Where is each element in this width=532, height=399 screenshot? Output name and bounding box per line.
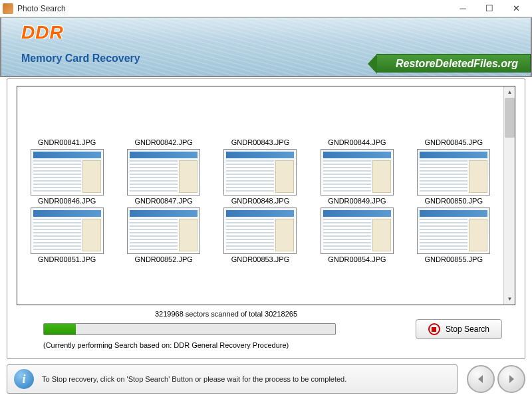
thumbnail-grid-container: GNDR00841.JPG GNDR00842.JPG GNDR00843.JP… xyxy=(17,86,515,305)
thumbnail-item[interactable]: GNDR00847.JPG xyxy=(115,148,211,206)
thumbnail-item[interactable]: GNDR00851.JPG xyxy=(19,206,115,265)
logo-text: DDR xyxy=(21,22,64,43)
thumbnail-image xyxy=(321,149,394,196)
maximize-button[interactable]: ☐ xyxy=(476,1,503,17)
thumbnail-image xyxy=(417,207,490,254)
thumbnail-label: GNDR00841.JPG xyxy=(38,138,96,146)
progress-bar xyxy=(43,323,336,335)
close-button[interactable]: ✕ xyxy=(503,1,529,17)
progress-subtext: (Currently performing Search based on: D… xyxy=(43,341,515,349)
thumbnail-label: GNDR00843.JPG xyxy=(231,138,289,146)
progress-fill xyxy=(44,324,76,334)
thumbnail-image xyxy=(223,207,297,254)
thumbnail-image xyxy=(31,207,104,254)
thumbnail-image xyxy=(127,207,200,254)
main-panel: GNDR00841.JPG GNDR00842.JPG GNDR00843.JP… xyxy=(7,78,525,359)
thumbnail-label: GNDR00851.JPG xyxy=(38,255,96,263)
thumbnail-label: GNDR00842.JPG xyxy=(134,138,192,146)
thumbnail-image xyxy=(127,149,200,196)
scroll-down-icon[interactable]: ▼ xyxy=(504,293,515,305)
thumbnail-label: GNDR00850.JPG xyxy=(425,197,483,205)
next-button[interactable] xyxy=(497,365,525,393)
minimize-button[interactable]: ─ xyxy=(450,1,476,17)
thumbnail-label: GNDR00847.JPG xyxy=(134,197,192,205)
stop-icon xyxy=(428,323,440,335)
thumbnail-item[interactable]: GNDR00842.JPG xyxy=(115,89,211,148)
thumbnail-item[interactable]: GNDR00850.JPG xyxy=(406,148,502,206)
thumbnail-item[interactable]: GNDR00846.JPG xyxy=(19,148,115,206)
thumbnail-item[interactable]: GNDR00843.JPG xyxy=(212,89,309,148)
stop-button-label: Stop Search xyxy=(446,325,489,334)
thumbnail-label: GNDR00844.JPG xyxy=(328,138,386,146)
thumbnail-item[interactable]: GNDR00855.JPG xyxy=(406,206,502,265)
thumbnail-item[interactable]: GNDR00849.JPG xyxy=(309,148,405,206)
thumbnail-item[interactable]: GNDR00852.JPG xyxy=(115,206,211,265)
thumbnail-item[interactable]: GNDR00844.JPG xyxy=(309,89,405,148)
chevron-left-icon xyxy=(475,373,487,385)
chevron-right-icon xyxy=(505,373,517,385)
thumbnail-item[interactable]: GNDR00848.JPG xyxy=(212,148,309,206)
thumbnail-item[interactable]: GNDR00845.JPG xyxy=(406,89,502,148)
app-icon xyxy=(3,3,13,14)
info-text: To Stop recovery, click on 'Stop Search'… xyxy=(42,375,346,383)
thumbnail-label: GNDR00854.JPG xyxy=(328,255,386,263)
previous-button[interactable] xyxy=(467,365,495,393)
scroll-up-icon[interactable]: ▲ xyxy=(504,86,515,98)
thumbnail-label: GNDR00855.JPG xyxy=(425,255,483,263)
thumbnail-item[interactable]: GNDR00841.JPG xyxy=(19,89,115,148)
stop-search-button[interactable]: Stop Search xyxy=(416,319,502,339)
thumbnail-item[interactable]: GNDR00853.JPG xyxy=(212,206,309,265)
window-title: Photo Search xyxy=(17,4,450,13)
website-ribbon: RestoreDeletedFiles.org xyxy=(376,54,531,72)
thumbnail-label: GNDR00852.JPG xyxy=(134,255,192,263)
app-subtitle: Memory Card Recovery xyxy=(21,53,140,65)
info-panel: i To Stop recovery, click on 'Stop Searc… xyxy=(7,364,458,394)
scrollbar-thumb[interactable] xyxy=(505,98,515,138)
thumbnail-label: GNDR00846.JPG xyxy=(38,197,96,205)
thumbnail-label: GNDR00845.JPG xyxy=(425,138,483,146)
vertical-scrollbar[interactable]: ▲ ▼ xyxy=(503,86,515,305)
titlebar: Photo Search ─ ☐ ✕ xyxy=(0,0,532,17)
thumbnail-image xyxy=(31,149,104,196)
footer: i To Stop recovery, click on 'Stop Searc… xyxy=(7,363,525,395)
thumbnail-scroll-area[interactable]: GNDR00841.JPG GNDR00842.JPG GNDR00843.JP… xyxy=(17,86,503,305)
header-banner: DDR Memory Card Recovery RestoreDeletedF… xyxy=(0,17,532,77)
progress-status-text: 3219968 sectors scanned of total 3021826… xyxy=(0,310,515,318)
progress-area: 3219968 sectors scanned of total 3021826… xyxy=(17,310,515,349)
thumbnail-label: GNDR00848.JPG xyxy=(231,197,289,205)
thumbnail-image xyxy=(223,149,297,196)
thumbnail-label: GNDR00849.JPG xyxy=(328,197,386,205)
thumbnail-label: GNDR00853.JPG xyxy=(231,255,289,263)
thumbnail-item[interactable]: GNDR00854.JPG xyxy=(309,206,405,265)
thumbnail-image xyxy=(321,207,394,254)
thumbnail-image xyxy=(417,149,490,196)
info-icon: i xyxy=(14,369,34,389)
